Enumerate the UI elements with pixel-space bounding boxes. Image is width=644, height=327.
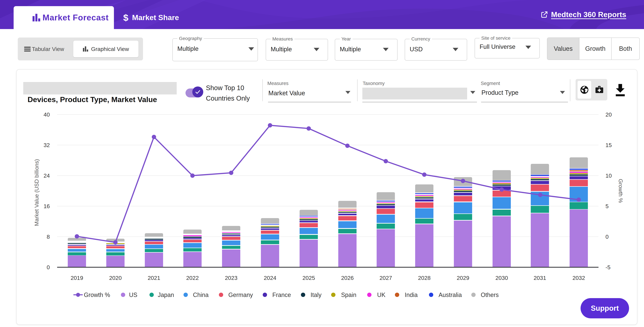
svg-text:Market Value (USD billions): Market Value (USD billions) [34,159,40,226]
svg-text:24: 24 [44,172,50,179]
svg-text:France: France [272,292,291,298]
svg-text:2021: 2021 [148,275,160,281]
svg-text:Growth %: Growth % [618,179,624,203]
svg-text:-5: -5 [606,264,610,270]
svg-text:Germany: Germany [228,292,253,298]
svg-text:2032: 2032 [572,275,585,281]
svg-text:Growth %: Growth % [84,292,110,298]
svg-text:Others: Others [481,292,499,298]
svg-text:India: India [405,292,418,298]
svg-text:40: 40 [44,111,50,118]
svg-text:16: 16 [44,203,50,209]
svg-text:2031: 2031 [534,275,546,281]
svg-text:US: US [129,292,137,298]
svg-text:2027: 2027 [380,275,392,281]
svg-text:2029: 2029 [457,275,469,281]
svg-text:2019: 2019 [70,275,83,281]
svg-text:2028: 2028 [418,275,430,281]
svg-text:0: 0 [47,264,50,270]
svg-text:2030: 2030 [495,275,508,281]
svg-text:2024: 2024 [264,275,276,281]
svg-text:China: China [193,292,209,298]
svg-text:Japan: Japan [158,292,174,298]
svg-text:UK: UK [377,292,386,298]
svg-text:15: 15 [606,142,612,148]
svg-text:2020: 2020 [109,275,122,281]
svg-text:Spain: Spain [341,292,356,298]
svg-text:2025: 2025 [302,275,315,281]
svg-text:0: 0 [606,234,609,240]
svg-text:5: 5 [606,203,609,209]
svg-text:2023: 2023 [225,275,238,281]
svg-text:32: 32 [44,142,50,148]
svg-text:Italy: Italy [310,292,322,298]
svg-text:2022: 2022 [186,275,199,281]
svg-text:8: 8 [47,234,50,240]
svg-text:2026: 2026 [341,275,354,281]
svg-text:10: 10 [606,172,612,179]
svg-text:20: 20 [606,111,612,118]
svg-text:Australia: Australia [438,292,462,298]
